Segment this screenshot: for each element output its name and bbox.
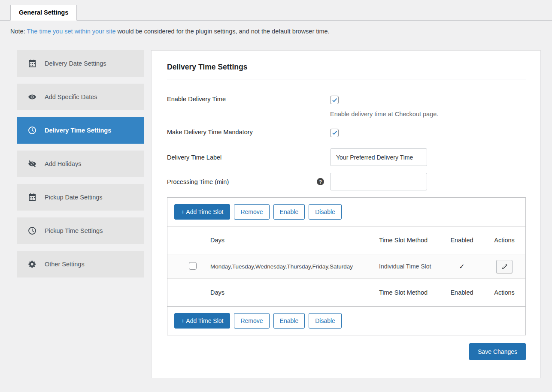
tab-general-settings[interactable]: General Settings <box>10 5 77 21</box>
processing-time-input[interactable] <box>330 173 427 190</box>
sidebar-item-add-specific-dates[interactable]: Add Specific Dates <box>17 84 144 110</box>
field-description: Enable delivery time at Checkout page. <box>330 111 438 118</box>
footer-enabled: Enabled <box>440 289 483 296</box>
note: Note: The time you set within your site … <box>0 21 552 42</box>
eye-icon <box>28 93 36 101</box>
row-actions-cell <box>483 260 525 273</box>
sidebar-item-pickup-date-settings[interactable]: Pickup Date Settings <box>17 184 144 211</box>
save-changes-button[interactable]: Save Changes <box>469 343 526 360</box>
time-slot-toolbar-bottom: + Add Time Slot Remove Enable Disable <box>167 306 525 335</box>
clock-icon <box>28 226 36 235</box>
tabs-bar: General Settings <box>0 0 552 21</box>
note-link[interactable]: The time you set within your site <box>27 28 115 35</box>
time-slot-toolbar-top: + Add Time Slot Remove Enable Disable <box>167 198 525 226</box>
page-title: Delivery Time Settings <box>167 63 526 79</box>
table-row: Monday,Tuesday,Wednesday,Thursday,Friday… <box>167 254 525 279</box>
mandatory-delivery-time-checkbox[interactable] <box>330 129 339 137</box>
field-row-time-label: Delivery Time Label <box>167 148 526 166</box>
settings-form: Enable Delivery Time Enable delivery tim… <box>167 79 526 360</box>
field-control <box>330 129 339 138</box>
gear-icon <box>28 260 36 268</box>
calendar-icon <box>28 193 36 202</box>
sidebar-item-label: Delivery Date Settings <box>45 60 106 67</box>
disable-button[interactable]: Disable <box>309 204 342 220</box>
help-icon[interactable]: ? <box>317 178 324 185</box>
sidebar-item-label: Add Holidays <box>45 160 81 167</box>
field-row-processing-time: Processing Time (min) ? <box>167 173 526 190</box>
row-checkbox[interactable] <box>189 262 197 270</box>
field-label: Delivery Time Label <box>167 154 330 161</box>
row-time-slot-method: Individual Time Slot <box>372 263 440 270</box>
add-time-slot-button[interactable]: + Add Time Slot <box>174 313 230 329</box>
sidebar-item-pickup-time-settings[interactable]: Pickup Time Settings <box>17 217 144 244</box>
sidebar-item-delivery-time-settings[interactable]: Delivery Time Settings <box>17 117 144 144</box>
note-suffix: would be considered for the plugin setti… <box>116 28 330 35</box>
footer-actions: Actions <box>483 289 525 296</box>
remove-button[interactable]: Remove <box>234 204 269 220</box>
note-prefix: Note: <box>10 28 27 35</box>
sidebar-item-delivery-date-settings[interactable]: Delivery Date Settings <box>17 50 144 77</box>
eye-slash-icon <box>28 160 36 168</box>
row-days: Monday,Tuesday,Wednesday,Thursday,Friday… <box>206 263 372 270</box>
remove-button[interactable]: Remove <box>234 313 269 329</box>
header-actions: Actions <box>483 237 525 244</box>
sidebar-item-label: Other Settings <box>45 261 85 268</box>
sidebar-item-label: Pickup Date Settings <box>45 194 103 201</box>
field-label: Processing Time (min) ? <box>167 178 330 185</box>
field-control: Enable delivery time at Checkout page. <box>330 96 438 118</box>
sidebar-item-add-holidays[interactable]: Add Holidays <box>17 151 144 177</box>
field-label: Enable Delivery Time <box>167 96 330 103</box>
field-label: Make Delivery Time Mandatory <box>167 129 330 136</box>
pencil-icon <box>501 263 508 270</box>
footer-time-slot-method: Time Slot Method <box>372 289 440 296</box>
sidebar-item-label: Pickup Time Settings <box>45 227 103 234</box>
header-enabled: Enabled <box>440 237 483 244</box>
add-time-slot-button[interactable]: + Add Time Slot <box>174 204 230 220</box>
sidebar: Delivery Date Settings Add Specific Date… <box>17 50 144 284</box>
header-time-slot-method: Time Slot Method <box>372 237 440 244</box>
save-row: Save Changes <box>167 343 526 360</box>
calendar-icon <box>28 59 36 68</box>
field-row-mandatory: Make Delivery Time Mandatory <box>167 129 526 138</box>
row-enabled-check: ✓ <box>440 262 483 271</box>
sidebar-item-other-settings[interactable]: Other Settings <box>17 251 144 277</box>
row-checkbox-cell <box>167 262 206 271</box>
disable-button[interactable]: Disable <box>309 313 342 329</box>
sidebar-item-label: Delivery Time Settings <box>45 127 111 134</box>
main-layout: Delivery Date Settings Add Specific Date… <box>0 42 552 378</box>
clock-icon <box>28 126 36 135</box>
enable-button[interactable]: Enable <box>273 313 305 329</box>
enable-delivery-time-checkbox[interactable] <box>330 96 339 104</box>
table-footer-header-row: Days Time Slot Method Enabled Actions <box>167 279 525 306</box>
enable-button[interactable]: Enable <box>273 204 305 220</box>
footer-days: Days <box>206 289 372 296</box>
table-header-row: Days Time Slot Method Enabled Actions <box>167 226 525 254</box>
sidebar-item-label: Add Specific Dates <box>45 93 97 100</box>
time-slot-table: + Add Time Slot Remove Enable Disable Da… <box>167 197 526 335</box>
delivery-time-label-input[interactable] <box>330 148 427 166</box>
field-row-enable-delivery-time: Enable Delivery Time Enable delivery tim… <box>167 96 526 118</box>
header-days: Days <box>206 237 372 244</box>
settings-panel: Delivery Time Settings Enable Delivery T… <box>151 50 541 378</box>
edit-button[interactable] <box>496 260 513 273</box>
